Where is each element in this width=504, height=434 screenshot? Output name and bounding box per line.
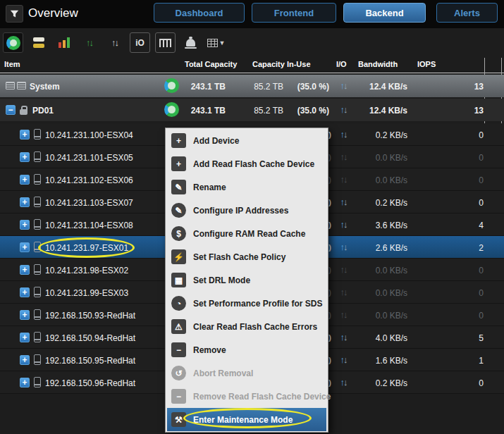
warning-icon: ⚠ — [171, 319, 186, 334]
expand-icon[interactable]: + — [20, 220, 30, 230]
undo-icon: ↺ — [171, 366, 186, 380]
sort-arrows-button[interactable]: ↑↓ — [104, 32, 125, 53]
expand-icon[interactable]: + — [20, 378, 30, 388]
table-row-system[interactable]: System 243.1 TB 85.2 TB (35.0 %) ↑↓ 12.4… — [0, 75, 504, 97]
collapse-icon[interactable]: − — [6, 105, 16, 115]
row-label: PD01 — [32, 106, 54, 116]
menu-item-label: Configure IP Addresses — [193, 206, 288, 216]
table-row-pd01[interactable]: − PD01 243.1 TB 85.2 TB (35.0 %) ↑↓ 12.4… — [0, 99, 504, 121]
nav-button-alerts[interactable]: Alerts — [436, 3, 498, 23]
green-arrows-icon: ↑↓ — [86, 37, 92, 48]
gauge-icon: ◔ — [171, 296, 186, 311]
menu-item-remove[interactable]: − Remove — [166, 338, 328, 361]
column-header-inuse: Capacity In-Use — [252, 60, 311, 68]
expand-icon[interactable]: + — [20, 287, 30, 297]
server-icon — [34, 151, 41, 162]
minus-icon: − — [171, 342, 186, 357]
expand-icon[interactable]: + — [20, 175, 30, 185]
row-label: 192.168.150.95-RedHat — [45, 356, 135, 366]
row-label: 10.241.231.98-ESX02 — [45, 266, 128, 275]
bell-icon — [186, 39, 195, 46]
iops-value: 2 — [423, 243, 484, 253]
capacity-bars-button[interactable] — [54, 32, 74, 53]
column-header-iops: IOPS — [417, 60, 436, 68]
iops-value: 13 — [423, 82, 484, 92]
bandwidth-value: 0.2 KB/s — [350, 198, 407, 208]
nav-button-frontend[interactable]: Frontend — [252, 3, 336, 23]
server-icon — [34, 174, 41, 185]
bandwidth-value: 0.0 KB/s — [350, 311, 407, 321]
expand-icon[interactable]: + — [20, 310, 30, 320]
menu-item-abort-removal[interactable]: ↺ Abort Removal — [166, 361, 328, 385]
row-label: 10.241.231.104-ESX08 — [45, 221, 133, 230]
server-icon — [34, 309, 41, 320]
nav-button-backend[interactable]: Backend — [343, 3, 426, 23]
row-label: 10.241.231.100-ESX04 — [45, 130, 133, 140]
used-percent-value: (35.0 %) — [284, 106, 329, 116]
pencil-icon: ✎ — [171, 203, 186, 218]
header-divider — [0, 73, 504, 73]
io-badge-button[interactable]: iO — [130, 32, 150, 53]
context-menu: + Add Device + Add Read Flash Cache Devi… — [165, 128, 328, 433]
bandwidth-value: 12.4 KB/s — [350, 82, 407, 92]
menu-item-set-performance-profile-for-sds[interactable]: ◔ Set Performance Profile for SDS — [166, 292, 328, 315]
bandwidth-value: 3.6 KB/s — [350, 221, 407, 230]
bandwidth-value: 0.0 KB/s — [350, 153, 407, 163]
expand-icon[interactable]: + — [20, 197, 30, 207]
used-capacity-value: 85.2 TB — [233, 82, 283, 92]
menu-item-label: Configure RAM Read Cache — [193, 229, 305, 239]
menu-item-configure-ip-addresses[interactable]: ✎ Configure IP Addresses — [166, 199, 328, 222]
minus-icon: − — [171, 389, 186, 404]
column-header-item: Item — [4, 60, 20, 68]
used-percent-value: (35.0 %) — [284, 82, 329, 92]
storage-stack-icon — [32, 37, 45, 48]
iops-value: 0 — [423, 153, 484, 163]
expand-icon[interactable]: + — [20, 265, 30, 275]
sort-arrows-icon: ↑↓ — [111, 37, 118, 48]
storage-stack-button[interactable] — [28, 32, 49, 53]
menu-item-rename[interactable]: ✎ Rename — [166, 175, 328, 199]
overview-swirl-button[interactable] — [3, 32, 23, 53]
menu-item-configure-ram-read-cache[interactable]: $ Configure RAM Read Cache — [166, 222, 328, 245]
row-label: System — [30, 82, 60, 92]
nav-button-dashboard[interactable]: Dashboard — [154, 3, 245, 23]
expand-icon[interactable]: + — [20, 242, 30, 252]
expand-icon[interactable]: + — [20, 152, 30, 162]
menu-item-label: Add Device — [193, 136, 239, 146]
green-swirl-icon — [6, 36, 20, 50]
bandwidth-value: 0.0 KB/s — [350, 175, 407, 185]
capacity-bars-icon — [59, 37, 70, 48]
menu-item-remove-read-flash-cache-device[interactable]: − Remove Read Flash Cache Device — [166, 385, 328, 408]
used-capacity-value: 85.2 TB — [233, 106, 283, 116]
menu-item-label: Rename — [193, 182, 226, 192]
expand-icon[interactable]: + — [20, 333, 30, 342]
table-columns-button[interactable]: ▼ — [206, 32, 226, 53]
server-icon — [34, 332, 41, 342]
menu-item-set-drl-mode[interactable]: ▦ Set DRL Mode — [166, 268, 328, 292]
bandwidth-value: 1.6 KB/s — [350, 356, 407, 366]
column-header-bandwidth: Bandwidth — [358, 60, 398, 68]
pencil-icon: ✎ — [171, 180, 186, 194]
row-label: 10.241.231.102-ESX06 — [45, 175, 133, 185]
table-grid-icon — [207, 39, 218, 47]
menu-item-add-read-flash-cache-device[interactable]: + Add Read Flash Cache Device — [166, 152, 328, 175]
dollar-icon: $ — [171, 226, 186, 241]
throughput-arrows-button[interactable]: ↑↓ — [79, 32, 99, 53]
menu-item-clear-read-flash-cache-errors[interactable]: ⚠ Clear Read Flash Cache Errors — [166, 315, 328, 338]
plus-icon: + — [171, 156, 186, 171]
expand-icon[interactable]: + — [20, 355, 30, 365]
iops-value: 0 — [423, 198, 484, 208]
histogram-icon — [159, 39, 171, 47]
server-icon — [34, 264, 41, 275]
menu-item-label: Remove Read Flash Cache Device — [193, 392, 331, 402]
expand-icon[interactable]: + — [20, 130, 30, 140]
menu-item-set-flash-cache-policy[interactable]: ⚡ Set Flash Cache Policy — [166, 245, 328, 268]
iops-value: 0 — [423, 378, 484, 388]
histogram-button[interactable] — [155, 32, 176, 53]
row-label: 192.168.150.96-RedHat — [45, 378, 135, 388]
menu-item-label: Set DRL Mode — [193, 275, 250, 285]
menu-item-enter-maintenance-mode[interactable]: ⚒ Enter Maintenance Mode — [167, 408, 326, 431]
filter-funnel-button[interactable] — [6, 5, 23, 23]
alerts-bell-button[interactable] — [180, 32, 201, 53]
menu-item-add-device[interactable]: + Add Device — [166, 129, 328, 152]
